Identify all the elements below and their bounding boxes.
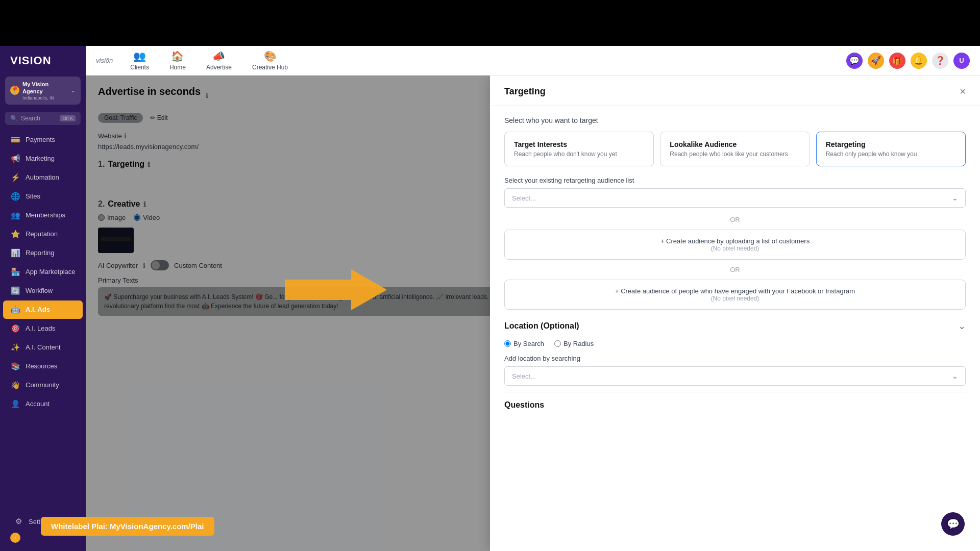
sidebar-item-sites[interactable]: 🌐 Sites — [3, 187, 83, 206]
search-icon: 🔍 — [10, 115, 18, 122]
sidebar-item-payments[interactable]: 💳 Payments — [3, 131, 83, 149]
create-engagement-title: + Create audience of people who have eng… — [514, 287, 956, 295]
account-icon: 👤 — [10, 399, 20, 409]
creative-hub-nav-label: Creative Hub — [252, 64, 288, 71]
modal-header: Targeting × — [490, 76, 980, 106]
automation-icon: ⚡ — [10, 173, 20, 182]
sidebar-item-reputation[interactable]: ⭐ Reputation — [3, 225, 83, 243]
targeting-retargeting-desc: Reach only people who know you — [826, 151, 956, 158]
top-nav-item-home[interactable]: 🏠 Home — [161, 48, 194, 73]
collapse-sidebar-button[interactable]: ‹ — [10, 533, 20, 543]
questions-title: Questions — [504, 400, 966, 410]
sidebar-search[interactable]: 🔍 Search ctrl K — [5, 112, 81, 125]
sidebar-item-app-marketplace[interactable]: 🏪 App Marketplace — [3, 263, 83, 281]
app-marketplace-icon: 🏪 — [10, 267, 20, 277]
top-nav-item-clients[interactable]: 👥 Clients — [122, 48, 157, 73]
sidebar-item-community[interactable]: 👋 Community — [3, 376, 83, 394]
agency-chevron-icon: ⌄ — [70, 87, 76, 94]
top-nav-rocket-button[interactable]: 🚀 — [868, 53, 884, 69]
select-chevron-icon: ⌄ — [952, 194, 958, 202]
sidebar-item-reporting[interactable]: 📊 Reporting — [3, 244, 83, 262]
sidebar-item-ai-content[interactable]: ✨ A.I. Content — [3, 338, 83, 357]
targeting-card-interests[interactable]: Target Interests Reach people who don't … — [504, 132, 654, 166]
targeting-options: Target Interests Reach people who don't … — [504, 132, 966, 166]
memberships-icon: 👥 — [10, 211, 20, 220]
sidebar-item-label: Marketing — [26, 155, 55, 162]
sidebar-item-ai-ads[interactable]: 🤖 A.I. Ads — [3, 300, 83, 319]
location-chevron-icon: ⌄ — [958, 320, 966, 332]
payments-icon: 💳 — [10, 135, 20, 144]
top-nav: visiön 👥 Clients 🏠 Home 📣 Advertise 🎨 Cr… — [86, 46, 980, 76]
sidebar-item-workflow[interactable]: 🔄 Workflow — [3, 282, 83, 300]
sidebar-item-marketing[interactable]: 📢 Marketing — [3, 149, 83, 168]
top-nav-right: 💬 🚀 🎁 🔔 ❓ U — [846, 53, 970, 69]
location-header[interactable]: Location (Optional) ⌄ — [504, 320, 966, 332]
by-radius-radio-label[interactable]: By Radius — [554, 340, 594, 347]
location-select-chevron-icon: ⌄ — [952, 372, 958, 380]
top-nav-brand: visiön — [96, 57, 113, 64]
modal-close-button[interactable]: × — [960, 86, 966, 97]
retargeting-select-placeholder: Select... — [512, 194, 536, 202]
create-audience-engagement-button[interactable]: + Create audience of people who have eng… — [504, 280, 966, 310]
sidebar: VISION 📍 My Vision Agency Indianapolis, … — [0, 46, 86, 551]
sidebar-nav: 💳 Payments 📢 Marketing ⚡ Automation 🌐 Si… — [0, 128, 86, 508]
chat-bubble-button[interactable]: 💬 — [941, 512, 965, 536]
by-search-radio[interactable] — [504, 340, 511, 347]
sidebar-item-memberships[interactable]: 👥 Memberships — [3, 206, 83, 224]
agency-info: My Vision Agency Indianapolis, IN — [22, 81, 67, 101]
top-black-bar — [0, 0, 980, 46]
creative-hub-nav-icon: 🎨 — [264, 50, 277, 62]
resources-icon: 📚 — [10, 362, 20, 371]
by-search-label: By Search — [513, 340, 544, 347]
sites-icon: 🌐 — [10, 192, 20, 201]
sidebar-item-label: Reputation — [26, 230, 58, 238]
add-location-label: Add location by searching — [504, 355, 966, 362]
bell-icon: 🔔 — [914, 56, 924, 65]
top-nav-item-creative-hub[interactable]: 🎨 Creative Hub — [244, 48, 296, 73]
clients-nav-label: Clients — [130, 64, 149, 71]
targeting-interests-desc: Reach people who don't know you yet — [514, 151, 644, 158]
top-nav-item-advertise[interactable]: 📣 Advertise — [198, 48, 240, 73]
search-shortcut: ctrl K — [60, 115, 76, 121]
targeting-card-lookalike[interactable]: Lookalike Audience Reach people who look… — [660, 132, 810, 166]
sidebar-item-automation[interactable]: ⚡ Automation — [3, 168, 83, 187]
sidebar-item-account[interactable]: 👤 Account — [3, 395, 83, 413]
retargeting-audience-select[interactable]: Select... ⌄ — [504, 188, 966, 208]
agency-selector[interactable]: 📍 My Vision Agency Indianapolis, IN ⌄ — [5, 77, 81, 105]
advertise-nav-icon: 📣 — [212, 50, 225, 62]
home-nav-icon: 🏠 — [171, 50, 184, 62]
main-area: visiön 👥 Clients 🏠 Home 📣 Advertise 🎨 Cr… — [86, 46, 980, 551]
help-icon: ❓ — [935, 56, 945, 65]
sidebar-item-label: Automation — [26, 173, 59, 181]
location-title: Location (Optional) — [504, 321, 579, 331]
sidebar-item-resources[interactable]: 📚 Resources — [3, 357, 83, 375]
chat-bubble-icon: 💬 — [947, 518, 960, 530]
or-divider-2: OR — [504, 266, 966, 273]
collapse-icon: ‹ — [14, 534, 16, 541]
create-audience-customers-button[interactable]: + Create audience by uploading a list of… — [504, 230, 966, 260]
location-select[interactable]: Select... ⌄ — [504, 366, 966, 386]
retargeting-section: Select your existing retargeting audienc… — [504, 177, 966, 208]
agency-icon: 📍 — [10, 86, 19, 95]
modal-title: Targeting — [504, 86, 546, 97]
by-search-radio-label[interactable]: By Search — [504, 340, 544, 347]
sidebar-item-ai-leads[interactable]: 🎯 A.I. Leads — [3, 319, 83, 338]
location-radio-group: By Search By Radius — [504, 340, 966, 347]
targeting-card-retargeting[interactable]: Retargeting Reach only people who know y… — [816, 132, 966, 166]
top-nav-chat-button[interactable]: 💬 — [846, 53, 863, 69]
by-radius-label: By Radius — [564, 340, 594, 347]
top-nav-bell-button[interactable]: 🔔 — [911, 53, 927, 69]
rocket-icon: 🚀 — [871, 56, 881, 65]
reporting-icon: 📊 — [10, 248, 20, 258]
by-radius-radio[interactable] — [554, 340, 561, 347]
page-content: Advertise in seconds ℹ Goal: Traffic ✏ E… — [86, 76, 980, 551]
user-avatar[interactable]: U — [953, 53, 970, 69]
location-section: Location (Optional) ⌄ By Search — [504, 312, 966, 386]
top-nav-gift-button[interactable]: 🎁 — [889, 53, 905, 69]
targeting-lookalike-title: Lookalike Audience — [670, 140, 800, 148]
clients-nav-icon: 👥 — [133, 50, 146, 62]
sidebar-item-label: Community — [26, 381, 59, 389]
targeting-retargeting-title: Retargeting — [826, 140, 956, 148]
sidebar-item-label: App Marketplace — [26, 268, 76, 276]
top-nav-help-button[interactable]: ❓ — [932, 53, 948, 69]
